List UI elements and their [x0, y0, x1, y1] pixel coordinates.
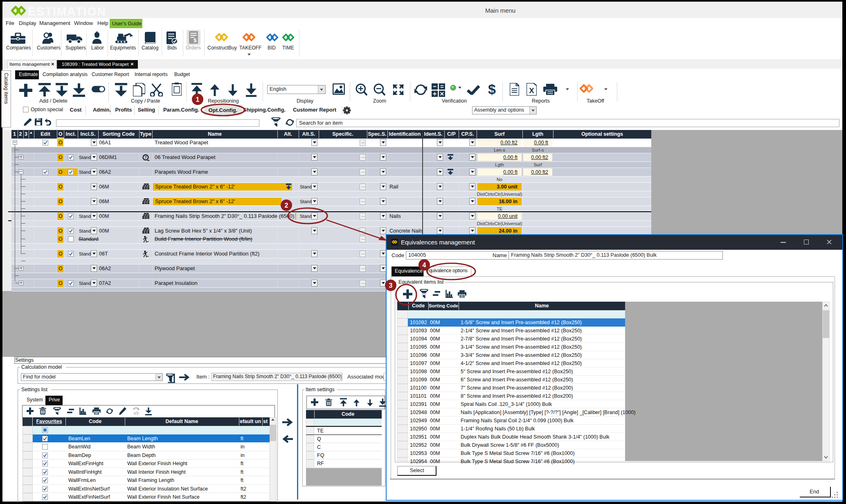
svg-text:2: 2	[285, 202, 288, 209]
svg-text:3: 3	[389, 282, 393, 289]
svg-text:4: 4	[423, 262, 426, 269]
svg-text:1: 1	[196, 96, 200, 103]
